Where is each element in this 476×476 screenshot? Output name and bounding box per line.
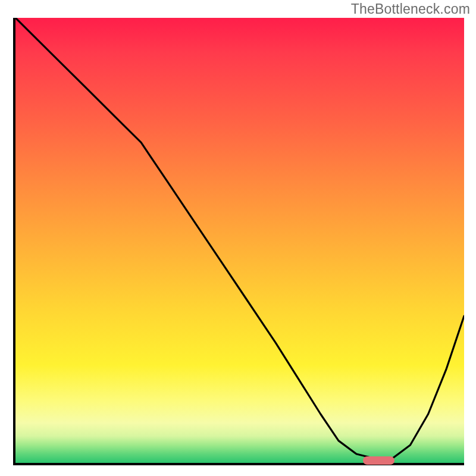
curve-overlay — [15, 18, 464, 463]
plot-area — [13, 18, 464, 465]
optimal-range-marker — [363, 456, 394, 465]
watermark-text: TheBottleneck.com — [351, 1, 470, 17]
bottleneck-curve-path — [15, 18, 464, 459]
chart-container: TheBottleneck.com — [0, 0, 476, 476]
